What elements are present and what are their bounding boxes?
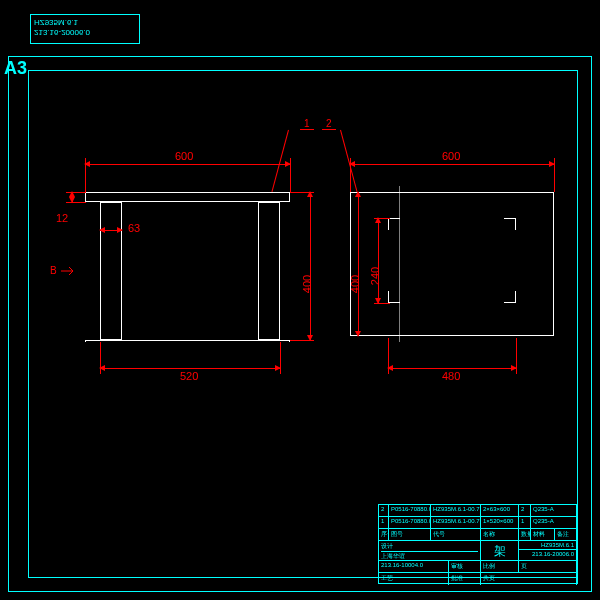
dim-600-right [350,164,554,165]
tb-hdr-code: 代号 [431,529,481,540]
tb-hdr-note: 备注 [555,529,577,540]
ext-line [388,338,389,374]
ext-line [290,192,314,193]
tb-mat-1: Q235-A [531,517,577,528]
dim-240 [378,218,379,303]
tb-dwg-2: P0516-70880.0 [389,505,431,516]
dim-text-600-right: 600 [442,150,460,162]
tb-role3: 工艺 [379,573,449,585]
dim-text-12: 12 [56,212,68,224]
tb-role-design: 设计 [381,542,478,552]
tb-std-ref2: 213.16-10004.0 [379,561,449,572]
tb-hdr-idx: 序号 [379,529,389,540]
tb-sheet: 页 [519,561,577,572]
dim-text-400-left: 400 [301,275,313,293]
title-block: 2 P0516-70880.0 HZ935M.6.1-00.7 2×63×600… [378,504,578,584]
tb-page: 共页 [481,573,577,585]
tb-mat-2: Q235-A [531,505,577,516]
tb-proj: 上海华谊 [381,552,478,560]
dim-480 [388,368,516,369]
section-b-marker: B [50,264,79,278]
dim-400-left [310,192,311,340]
dim-12 [72,192,73,202]
dim-600-left [85,164,290,165]
right-view-inner [388,218,516,303]
tb-idx-2: 2 [379,505,389,516]
ext-line [374,218,390,219]
left-view-bottom-flange [85,340,290,342]
tb-hdr-mat: 材料 [531,529,555,540]
tb-idx-1: 1 [379,517,389,528]
ext-line [516,338,517,374]
ext-line [66,202,86,203]
dim-text-600-left: 600 [175,150,193,162]
dim-text-480: 480 [442,370,460,382]
tb-std-ref: 213.16-20006.0 [519,550,576,558]
leader-2-num: 2 [322,118,336,130]
dim-63 [100,230,122,231]
top-stamp-block: 213.16-20006.0 HZ935M.6.1 [30,14,140,44]
tb-qty-1: 1 [519,517,531,528]
stamp-line1: HZ935M.6.1 [34,18,136,28]
tb-code-1: HZ935M.6.1-00.7 [431,517,481,528]
section-b-label: B [50,265,57,276]
dim-520 [100,368,280,369]
ext-line [554,158,555,192]
left-view-leg-left [100,202,122,340]
tb-part-name: 架 [481,541,519,560]
tb-name-1: 1×520×600 [481,517,519,528]
dim-text-400-right: 400 [349,275,361,293]
tb-name-2: 2×63×600 [481,505,519,516]
tb-scale: 比例 [481,561,519,572]
ext-line [290,158,291,192]
stamp-line2: 213.16-20006.0 [34,28,136,38]
tb-hdr-name: 名称 [481,529,519,540]
tb-code-2: HZ935M.6.1-00.7 [431,505,481,516]
tb-dwg-1: P0516-70880.0 [389,517,431,528]
ext-line [85,158,86,192]
right-view-centerline-v [399,186,400,342]
leader-1-num: 1 [300,118,314,130]
dim-text-63: 63 [128,222,140,234]
tb-role2: 审核 [449,561,481,572]
dim-400-right [358,192,359,336]
ext-line [290,340,314,341]
tb-drawing-no: HZ935M.6.1 [519,541,576,550]
ext-line [100,342,101,374]
tb-hdr-dwg: 图号 [389,529,431,540]
left-view-top-flange [85,192,290,202]
ext-line [280,342,281,374]
tb-qty-2: 2 [519,505,531,516]
ext-line [374,303,390,304]
tb-hdr-qty: 数量 [519,529,531,540]
tb-role4: 批准 [449,573,481,585]
dim-text-240: 240 [369,267,381,285]
ext-line [66,192,86,193]
dim-text-520: 520 [180,370,198,382]
left-view-leg-right [258,202,280,340]
